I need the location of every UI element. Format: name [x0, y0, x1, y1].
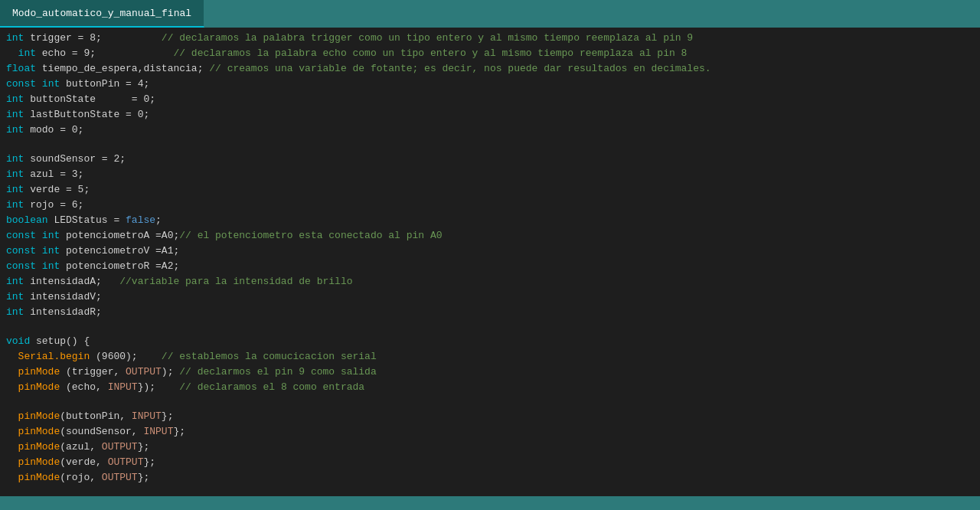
tab-label: Modo_automatico_y_manual_final [12, 8, 191, 19]
code-line: Serial.begin (9600); // establemos la co… [0, 349, 980, 365]
code-line: pinMode(rojo, OUTPUT}; [0, 470, 980, 485]
code-line: int soundSensor = 2; [0, 152, 980, 167]
code-line: float tiempo_de_espera,distancia; // cre… [0, 61, 980, 77]
code-line: int verde = 5; [0, 182, 980, 198]
code-line: const int buttonPin = 4; [0, 77, 980, 92]
code-container: int trigger = 8; // declaramos la palabr… [0, 28, 980, 510]
code-line: pinMode(azul, OUTPUT}; [0, 440, 980, 455]
tab-active[interactable]: Modo_automatico_y_manual_final [0, 0, 204, 28]
code-line: pinMode (trigger, OUTPUT); // declarmos … [0, 365, 980, 380]
code-line: const int potenciometroV =A1; [0, 244, 980, 259]
bottom-bar [0, 496, 980, 510]
tab-bar: Modo_automatico_y_manual_final [0, 0, 980, 28]
code-line: int lastButtonState = 0; [0, 107, 980, 123]
code-line [0, 320, 980, 334]
code-line: int trigger = 8; // declaramos la palabr… [0, 31, 980, 46]
code-line: int rojo = 6; [0, 198, 980, 213]
code-line: pinMode (echo, INPUT}); // declaramos el… [0, 380, 980, 395]
code-line: pinMode(buttonPin, INPUT}; [0, 409, 980, 424]
code-line: int echo = 9; // declaramos la palabra e… [0, 46, 980, 61]
code-line: int azul = 3; [0, 167, 980, 182]
code-line: pinMode(verde, OUTPUT}; [0, 455, 980, 470]
code-line: boolean LEDStatus = false; [0, 213, 980, 228]
code-line [0, 138, 980, 152]
code-line: int intensidadR; [0, 305, 980, 320]
code-line: int buttonState = 0; [0, 92, 980, 107]
code-line: int intensidadA; //variable para la inte… [0, 274, 980, 289]
code-line: void setup() { [0, 334, 980, 349]
code-line [0, 395, 980, 409]
code-line: pinMode(soundSensor, INPUT}; [0, 424, 980, 440]
code-line: int intensidadV; [0, 289, 980, 305]
code-line: const int potenciometroA =A0;// el poten… [0, 228, 980, 244]
code-line: const int potenciometroR =A2; [0, 259, 980, 274]
code-line: int modo = 0; [0, 123, 980, 138]
